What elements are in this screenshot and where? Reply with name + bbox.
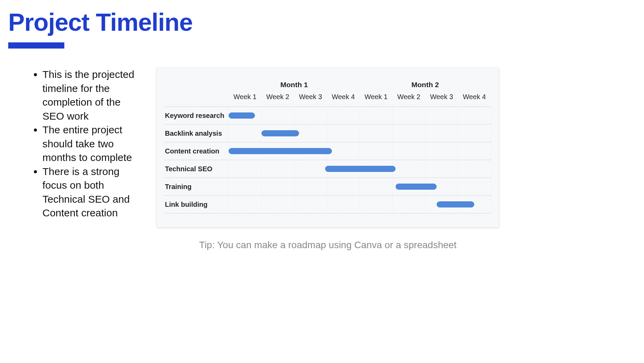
gantt-row: Backlink analysis [165,124,491,142]
gantt-task-label: Backlink analysis [165,130,222,137]
week-header: Week 2 [392,93,425,106]
bullet-list: This is the projected timeline for the c… [8,68,142,251]
gantt-bar [261,130,299,136]
gantt-task-label: Keyword research [165,112,224,119]
week-header: Week 1 [229,93,261,106]
gantt-row: Content creation [165,142,491,160]
week-header: Week 2 [261,93,294,106]
gantt-bar [325,166,396,172]
gantt-row: Link building [165,195,491,213]
week-header: Week 4 [458,93,491,106]
gantt-bar [437,201,474,207]
week-header: Week 3 [294,93,327,106]
bullet-item: This is the projected timeline for the c… [42,68,142,123]
week-header: Week 3 [425,93,458,106]
gantt-row: Training [165,177,491,195]
gantt-row: Technical SEO [165,160,491,177]
bullet-item: There is a strong focus on both Technica… [42,165,142,220]
gantt-row: Keyword research [165,106,491,124]
month-header: Month 2 [360,81,491,93]
bullet-item: The entire project should take two month… [42,123,142,165]
gantt-chart-panel: Month 1Month 2Week 1Week 2Week 3Week 4We… [157,68,499,227]
gantt-bar [229,112,255,119]
gantt-task-label: Training [165,183,192,190]
gantt-task-label: Technical SEO [165,165,212,173]
gantt-task-label: Content creation [165,147,219,155]
gantt-task-label: Link building [165,201,207,208]
week-header: Week 4 [327,93,360,106]
tip-text: Tip: You can make a roadmap using Canva … [157,240,499,251]
week-header: Week 1 [360,93,392,106]
title-underline [8,42,64,49]
gantt-bar [396,184,437,190]
page-title: Project Timeline [8,8,632,36]
month-header: Month 1 [229,81,360,93]
gantt-bar [229,148,332,154]
